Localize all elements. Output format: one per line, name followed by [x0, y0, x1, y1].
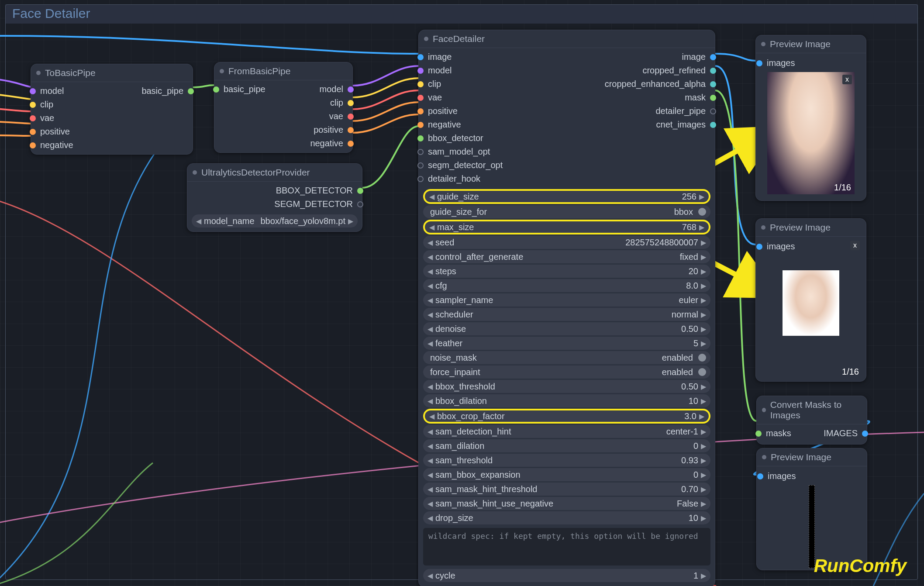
node-preview-1[interactable]: Preview Image images x 1/16: [755, 35, 866, 201]
param-seed[interactable]: ◀seed282575248800007▶: [423, 236, 710, 249]
port-cnet-images[interactable]: cnet_images: [600, 118, 713, 131]
chevron-left-icon[interactable]: ◀: [428, 253, 433, 261]
chevron-left-icon[interactable]: ◀: [429, 223, 434, 231]
node-preview-2[interactable]: Preview Image images x 1/16: [755, 218, 866, 382]
port-segm-detector[interactable]: SEGM_DETECTOR: [270, 198, 360, 210]
port-model[interactable]: model: [421, 64, 507, 77]
chevron-left-icon[interactable]: ◀: [428, 471, 433, 479]
chevron-left-icon[interactable]: ◀: [196, 217, 201, 225]
param-drop-size[interactable]: ◀drop_size10▶: [423, 511, 710, 524]
chevron-right-icon[interactable]: ▶: [701, 253, 706, 261]
param-force-inpaint[interactable]: force_inpaintenabled: [423, 365, 710, 379]
chevron-left-icon[interactable]: ◀: [428, 397, 433, 405]
param-cycle[interactable]: ◀ cycle 1 ▶: [423, 569, 710, 582]
close-icon[interactable]: x: [842, 75, 852, 84]
chevron-right-icon[interactable]: ▶: [701, 238, 706, 247]
param-scheduler[interactable]: ◀schedulernormal▶: [423, 308, 710, 321]
node-frombasicpipe[interactable]: FromBasicPipe basic_pipe model clip vae …: [214, 62, 353, 153]
chevron-left-icon[interactable]: ◀: [428, 339, 433, 348]
port-negative[interactable]: negative: [33, 139, 78, 152]
toggle-dot-icon[interactable]: [698, 354, 706, 362]
chevron-right-icon[interactable]: ▶: [701, 514, 706, 522]
param-sam-mask-hint-use-negative[interactable]: ◀sam_mask_hint_use_negativeFalse▶: [423, 497, 710, 510]
param-sampler-name[interactable]: ◀sampler_nameeuler▶: [423, 293, 710, 307]
param-steps[interactable]: ◀steps20▶: [423, 265, 710, 278]
param-denoise[interactable]: ◀denoise0.50▶: [423, 322, 710, 335]
port-cropped-alpha[interactable]: cropped_enhanced_alpha: [600, 78, 713, 90]
port-bbox-detector[interactable]: bbox_detector: [421, 132, 507, 145]
param-sam-bbox-expansion[interactable]: ◀sam_bbox_expansion0▶: [423, 468, 710, 481]
chevron-right-icon[interactable]: ▶: [701, 383, 706, 391]
port-basicpipe-in[interactable]: basic_pipe: [216, 83, 270, 96]
chevron-right-icon[interactable]: ▶: [701, 427, 706, 436]
param-guide-size-for[interactable]: guide_size_forbbox: [423, 205, 710, 218]
chevron-right-icon[interactable]: ▶: [701, 339, 706, 348]
chevron-right-icon[interactable]: ▶: [701, 485, 706, 493]
port-images[interactable]: images: [759, 57, 862, 69]
chevron-left-icon[interactable]: ◀: [428, 282, 433, 290]
chevron-left-icon[interactable]: ◀: [429, 412, 434, 421]
port-detailer-hook[interactable]: detailer_hook: [421, 172, 507, 185]
param-bbox-threshold[interactable]: ◀bbox_threshold0.50▶: [423, 380, 710, 393]
chevron-left-icon[interactable]: ◀: [428, 514, 433, 522]
chevron-right-icon[interactable]: ▶: [699, 223, 704, 231]
param-model-name[interactable]: ◀ model_name bbox/face_yolov8m.pt ▶: [192, 214, 358, 228]
node-udp[interactable]: UltralyticsDetectorProvider BBOX_DETECTO…: [187, 163, 362, 232]
param-sam-dilation[interactable]: ◀sam_dilation0▶: [423, 439, 710, 452]
param-feather[interactable]: ◀feather5▶: [423, 337, 710, 350]
toggle-dot-icon[interactable]: [698, 368, 706, 376]
port-sam-model[interactable]: sam_model_opt: [421, 145, 507, 158]
port-positive[interactable]: positive: [33, 125, 78, 138]
chevron-right-icon[interactable]: ▶: [701, 397, 706, 405]
chevron-left-icon[interactable]: ◀: [428, 442, 433, 450]
port-images-out[interactable]: IMAGES: [819, 427, 865, 440]
chevron-right-icon[interactable]: ▶: [701, 572, 706, 580]
chevron-left-icon[interactable]: ◀: [428, 572, 433, 580]
param-noise-mask[interactable]: noise_maskenabled: [423, 351, 710, 364]
chevron-right-icon[interactable]: ▶: [701, 442, 706, 450]
port-masks[interactable]: masks: [759, 427, 796, 440]
port-positive-out[interactable]: positive: [306, 124, 351, 136]
port-image[interactable]: image: [421, 51, 507, 63]
node-convert-masks[interactable]: Convert Masks to Images masks IMAGES: [756, 396, 867, 445]
port-vae-out[interactable]: vae: [306, 110, 351, 123]
port-bbox-detector[interactable]: BBOX_DETECTOR: [270, 184, 360, 197]
port-images[interactable]: images: [759, 240, 862, 253]
close-icon[interactable]: x: [850, 241, 860, 250]
port-model[interactable]: model: [33, 85, 78, 97]
chevron-left-icon[interactable]: ◀: [428, 427, 433, 436]
param-max-size[interactable]: ◀max_size768▶: [423, 220, 710, 234]
chevron-right-icon[interactable]: ▶: [701, 471, 706, 479]
port-negative-out[interactable]: negative: [306, 137, 351, 150]
chevron-right-icon[interactable]: ▶: [701, 267, 706, 276]
param-sam-mask-hint-threshold[interactable]: ◀sam_mask_hint_threshold0.70▶: [423, 483, 710, 496]
chevron-right-icon[interactable]: ▶: [699, 193, 704, 201]
toggle-dot-icon[interactable]: [698, 208, 706, 216]
param-bbox-dilation[interactable]: ◀bbox_dilation10▶: [423, 394, 710, 407]
port-positive[interactable]: positive: [421, 105, 507, 117]
chevron-left-icon[interactable]: ◀: [428, 296, 433, 304]
chevron-left-icon[interactable]: ◀: [428, 325, 433, 333]
port-clip[interactable]: clip: [33, 98, 78, 111]
chevron-right-icon[interactable]: ▶: [701, 282, 706, 290]
port-vae[interactable]: vae: [33, 112, 78, 124]
chevron-right-icon[interactable]: ▶: [701, 456, 706, 465]
port-basicpipe-out[interactable]: basic_pipe: [137, 85, 191, 97]
port-model-out[interactable]: model: [306, 83, 351, 96]
port-segm-detector[interactable]: segm_detector_opt: [421, 159, 507, 172]
chevron-left-icon[interactable]: ◀: [428, 456, 433, 465]
chevron-left-icon[interactable]: ◀: [429, 193, 434, 201]
port-clip-out[interactable]: clip: [306, 97, 351, 109]
chevron-right-icon[interactable]: ▶: [701, 310, 706, 319]
chevron-right-icon[interactable]: ▶: [699, 412, 704, 421]
port-clip[interactable]: clip: [421, 78, 507, 90]
param-sam-detection-hint[interactable]: ◀sam_detection_hintcenter-1▶: [423, 425, 710, 438]
port-images[interactable]: images: [760, 470, 863, 483]
node-tobasicpipe[interactable]: ToBasicPipe model clip vae positive nega…: [31, 64, 193, 155]
port-image-out[interactable]: image: [600, 51, 713, 63]
param-guide-size[interactable]: ◀guide_size256▶: [423, 189, 710, 204]
chevron-right-icon[interactable]: ▶: [701, 500, 706, 508]
chevron-left-icon[interactable]: ◀: [428, 238, 433, 247]
chevron-left-icon[interactable]: ◀: [428, 485, 433, 493]
chevron-right-icon[interactable]: ▶: [701, 296, 706, 304]
